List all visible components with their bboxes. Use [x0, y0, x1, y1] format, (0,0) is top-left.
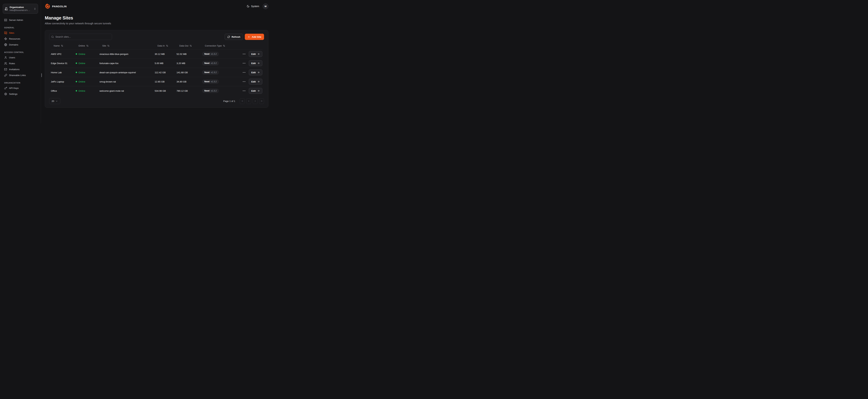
site-name-cell: AWS VPC [51, 53, 76, 55]
sidebar-item-sites[interactable]: Sites [3, 30, 38, 36]
sidebar-item-domains[interactable]: Domains [3, 42, 38, 48]
sidebar-item-api-keys[interactable]: API Keys [3, 85, 38, 91]
site-name-cell: Office [51, 90, 76, 92]
org-selector[interactable]: Organization milo@fossorial.io's ... [3, 4, 38, 14]
previous-page-button[interactable] [246, 98, 251, 104]
pager-buttons [240, 98, 264, 104]
edit-button-label: Edit [251, 81, 256, 83]
table-footer: 20 Page 1 of 1 [49, 98, 264, 104]
sort-icon [86, 44, 89, 47]
main-content: PANGOLIN System M Manage Sites Allow con… [41, 0, 272, 123]
column-header-label: Data Out [179, 44, 188, 47]
key-icon [4, 87, 7, 90]
column-header-data-out[interactable]: Data Out [177, 44, 202, 47]
online-status-dot [76, 90, 77, 92]
sidebar-item-invitations[interactable]: Invitations [3, 66, 38, 72]
page-size-select[interactable]: 20 [49, 98, 60, 104]
sites-table: NameOnlineSiteData InData OutConnection … [51, 42, 262, 95]
online-status-label: Online [79, 71, 85, 74]
table-row: Edge Device 01Onlinefortunate-cape-fox5.… [51, 59, 262, 68]
connection-type-name: Newt [204, 71, 210, 73]
row-actions-cell: Edit [242, 88, 262, 94]
online-status-label: Online [79, 81, 85, 83]
edit-site-button[interactable]: Edit [249, 79, 262, 85]
avatar[interactable]: M [262, 3, 268, 9]
row-menu-button[interactable] [242, 61, 246, 65]
sidebar-item-server-admin[interactable]: Server Admin [3, 17, 38, 23]
sidebar-item-shareable-links[interactable]: Shareable Links [3, 72, 38, 78]
column-header-label: Data In [157, 44, 165, 47]
column-header-connection-type[interactable]: Connection Type [202, 44, 242, 47]
edit-site-button[interactable]: Edit [249, 88, 262, 94]
column-header-online[interactable]: Online [76, 44, 99, 47]
chevron-right-icon [254, 100, 256, 102]
edit-site-button[interactable]: Edit [249, 69, 262, 75]
refresh-button-label: Refresh [231, 36, 240, 38]
column-header-data-in[interactable]: Data In [155, 44, 177, 47]
user-icon [4, 56, 7, 59]
column-header-site[interactable]: Site [99, 44, 155, 47]
sidebar-item-settings[interactable]: Settings [3, 91, 38, 97]
site-id-cell: vivacious-little-blue-penguin [99, 53, 155, 55]
topbar-right: System M [247, 3, 268, 9]
data-out-cell: 3.20 MB [177, 62, 202, 65]
sidebar-item-label: Server Admin [9, 19, 23, 21]
column-header-name[interactable]: Name [51, 44, 76, 47]
sidebar-item-label: API Keys [9, 87, 19, 89]
theme-toggle-label: System [251, 5, 259, 8]
building-icon [5, 7, 8, 10]
theme-toggle-button[interactable]: System [247, 5, 259, 8]
row-menu-button[interactable] [242, 89, 246, 93]
sidebar-resize-handle[interactable] [41, 73, 42, 77]
page-title: Manage Sites [45, 15, 268, 21]
online-status-label: Online [79, 62, 85, 65]
arrow-right-icon [257, 71, 260, 73]
online-status-label: Online [79, 53, 85, 55]
page-subtitle: Allow connectivity to your network throu… [45, 22, 268, 25]
refresh-button[interactable]: Refresh [225, 34, 243, 40]
brand-home-link[interactable]: PANGOLIN [45, 3, 67, 9]
sidebar-item-roles[interactable]: Roles [3, 61, 38, 66]
data-in-cell: 12.65 GB [155, 81, 177, 83]
sidebar-item-resources[interactable]: Resources [3, 36, 38, 42]
data-out-cell: 34.80 GB [177, 81, 202, 83]
sidebar-section-title: GENERAL [4, 27, 38, 29]
connection-type-badge: Newtv1.3.2 [202, 70, 219, 75]
arrow-right-icon [257, 62, 260, 64]
sort-icon [107, 44, 110, 47]
edit-button-label: Edit [251, 71, 256, 74]
connection-type-badge: Newtv1.3.2 [202, 52, 219, 56]
data-in-cell: 30.12 MB [155, 53, 177, 55]
search-input[interactable] [55, 35, 110, 38]
org-selector-label: Organization [9, 6, 32, 9]
row-menu-button[interactable] [242, 52, 246, 56]
sidebar-item-users[interactable]: Users [3, 55, 38, 60]
arrow-right-icon [257, 81, 260, 83]
online-status-cell: Online [76, 53, 99, 55]
sidebar-item-label: Sites [9, 32, 14, 34]
row-menu-button[interactable] [242, 80, 246, 83]
connection-type-badge: Newtv1.3.2 [202, 61, 219, 65]
add-site-button[interactable]: Add Site [245, 34, 264, 40]
org-selector-value: milo@fossorial.io's ... [9, 9, 32, 12]
row-menu-button[interactable] [242, 71, 246, 74]
next-page-button[interactable] [253, 98, 258, 104]
last-page-button[interactable] [259, 98, 264, 104]
online-status-cell: Online [76, 90, 99, 92]
connection-type-cell: Newtv1.3.2 [202, 52, 242, 56]
gear-icon [4, 93, 7, 95]
site-id-cell: smug-brown-rat [99, 81, 155, 83]
column-header-label: Site [102, 44, 106, 47]
brand-name: PANGOLIN [52, 5, 67, 8]
add-site-button-label: Add Site [252, 36, 261, 38]
column-header-label: Connection Type [205, 44, 222, 47]
first-page-button[interactable] [240, 98, 245, 104]
data-out-cell: 141.68 GB [177, 71, 202, 74]
data-out-cell: 780.12 GB [177, 90, 202, 92]
edit-site-button[interactable]: Edit [249, 60, 262, 66]
plus-icon [248, 36, 250, 38]
pagination: Page 1 of 1 [223, 98, 264, 104]
data-in-cell: 5.00 MB [155, 62, 177, 65]
edit-site-button[interactable]: Edit [249, 51, 262, 57]
page-header: Manage Sites Allow connectivity to your … [45, 15, 268, 25]
